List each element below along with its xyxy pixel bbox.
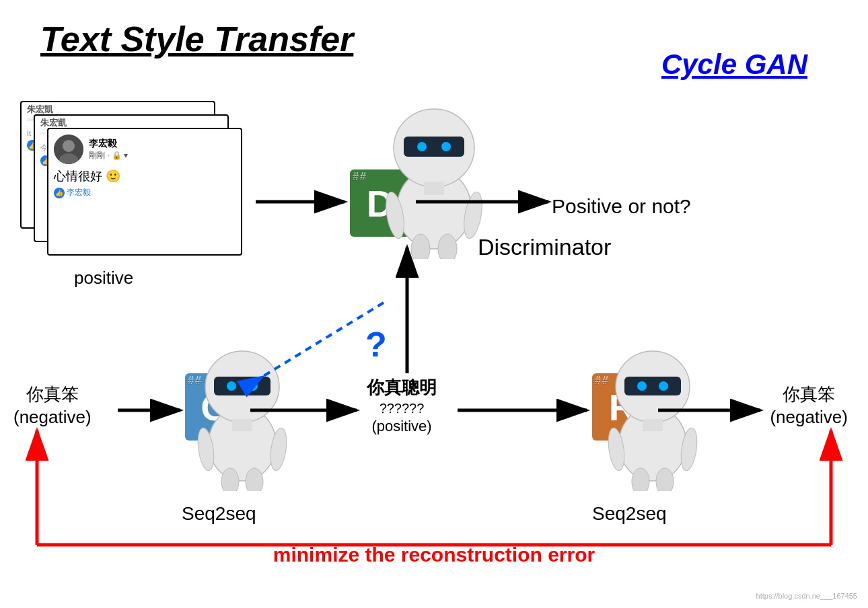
fb-post-content: 心情很好 🙂 — [54, 168, 236, 184]
discriminator-label: Discriminator — [478, 234, 611, 260]
fb-cards: 朱宏凱 It 👍 朱宏凱 今 👍 — [20, 101, 249, 262]
negative-output-label: 你真笨 (negative) — [770, 383, 848, 429]
svg-point-12 — [438, 234, 457, 259]
svg-point-31 — [632, 468, 649, 491]
watermark: https://blog.csdn.ne___167455 — [756, 592, 857, 600]
svg-point-16 — [227, 381, 236, 391]
svg-rect-28 — [643, 419, 663, 431]
svg-point-11 — [411, 234, 430, 259]
middle-output-label: 你真聰明 ?????? (positive) — [367, 377, 437, 436]
positive-label: positive — [74, 268, 133, 289]
robot-generator — [175, 330, 310, 491]
main-title: Text Style Transfer — [40, 19, 353, 59]
question-mark: ? — [365, 324, 387, 365]
fb-sub-text: 剛剛 · 🔒 ▾ — [89, 150, 128, 161]
svg-rect-15 — [214, 377, 270, 395]
robot-reconstructor — [585, 330, 720, 491]
svg-rect-8 — [424, 182, 444, 195]
svg-point-7 — [441, 142, 451, 151]
fb-card-3: 李宏毅 剛剛 · 🔒 ▾ 心情很好 🙂 👍 李宏毅 — [47, 128, 242, 256]
cycle-gan-label: Cycle GAN — [661, 48, 807, 81]
svg-point-17 — [248, 381, 258, 391]
svg-point-1 — [63, 140, 75, 152]
negative-input-label: 你真笨 (negative) — [13, 383, 92, 429]
seq2seq-r-label: Seq2seq — [592, 503, 667, 525]
svg-point-21 — [221, 468, 239, 491]
fb-like-name: 李宏毅 — [67, 187, 91, 198]
minimize-text: minimize the reconstruction error — [273, 543, 595, 566]
svg-point-6 — [417, 142, 427, 151]
svg-rect-25 — [624, 377, 681, 395]
svg-rect-18 — [232, 419, 252, 431]
svg-point-32 — [656, 468, 674, 491]
svg-point-26 — [637, 381, 647, 391]
svg-point-22 — [246, 468, 263, 491]
robot-discriminator — [357, 77, 511, 259]
svg-point-27 — [659, 381, 668, 391]
fb-user-name: 李宏毅 — [89, 138, 128, 150]
svg-rect-5 — [404, 137, 464, 157]
positive-or-not-label: Positive or not? — [552, 195, 691, 218]
seq2seq-g-label: Seq2seq — [182, 503, 256, 525]
